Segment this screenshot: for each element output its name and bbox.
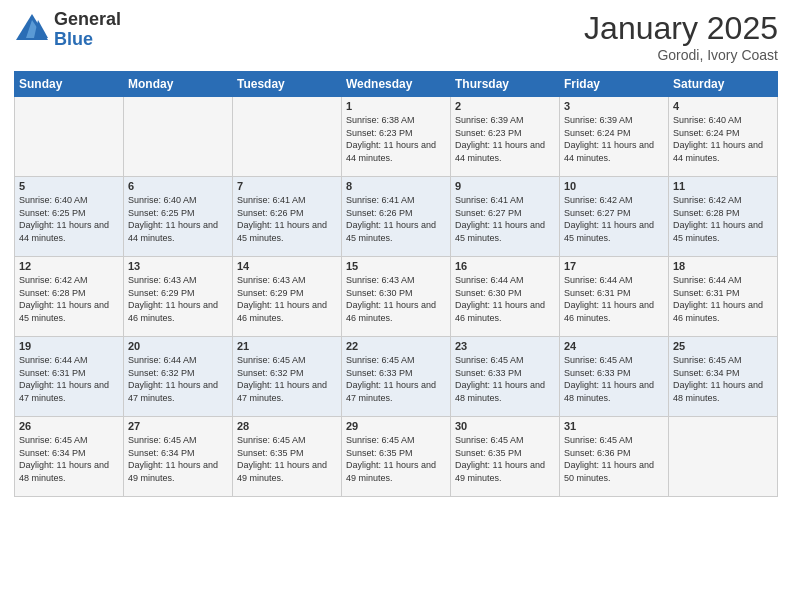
logo-blue-label: Blue: [54, 30, 121, 50]
day-cell: [15, 97, 124, 177]
day-info: Sunrise: 6:44 AM Sunset: 6:31 PM Dayligh…: [19, 354, 119, 404]
day-number: 9: [455, 180, 555, 192]
day-number: 16: [455, 260, 555, 272]
day-info: Sunrise: 6:44 AM Sunset: 6:31 PM Dayligh…: [564, 274, 664, 324]
day-number: 18: [673, 260, 773, 272]
day-cell: 25Sunrise: 6:45 AM Sunset: 6:34 PM Dayli…: [669, 337, 778, 417]
calendar-table: SundayMondayTuesdayWednesdayThursdayFrid…: [14, 71, 778, 497]
weekday-header-tuesday: Tuesday: [233, 72, 342, 97]
logo: General Blue: [14, 10, 121, 50]
day-info: Sunrise: 6:42 AM Sunset: 6:28 PM Dayligh…: [673, 194, 773, 244]
day-info: Sunrise: 6:42 AM Sunset: 6:28 PM Dayligh…: [19, 274, 119, 324]
day-number: 29: [346, 420, 446, 432]
day-number: 28: [237, 420, 337, 432]
day-info: Sunrise: 6:43 AM Sunset: 6:29 PM Dayligh…: [237, 274, 337, 324]
day-info: Sunrise: 6:45 AM Sunset: 6:33 PM Dayligh…: [346, 354, 446, 404]
day-cell: 21Sunrise: 6:45 AM Sunset: 6:32 PM Dayli…: [233, 337, 342, 417]
day-cell: 27Sunrise: 6:45 AM Sunset: 6:34 PM Dayli…: [124, 417, 233, 497]
day-number: 27: [128, 420, 228, 432]
day-number: 4: [673, 100, 773, 112]
day-info: Sunrise: 6:43 AM Sunset: 6:30 PM Dayligh…: [346, 274, 446, 324]
day-number: 11: [673, 180, 773, 192]
calendar-subtitle: Gorodi, Ivory Coast: [584, 47, 778, 63]
day-cell: 7Sunrise: 6:41 AM Sunset: 6:26 PM Daylig…: [233, 177, 342, 257]
day-info: Sunrise: 6:39 AM Sunset: 6:23 PM Dayligh…: [455, 114, 555, 164]
logo-text: General Blue: [54, 10, 121, 50]
calendar-title: January 2025: [584, 10, 778, 47]
weekday-header-wednesday: Wednesday: [342, 72, 451, 97]
header: General Blue January 2025 Gorodi, Ivory …: [14, 10, 778, 63]
day-number: 8: [346, 180, 446, 192]
day-info: Sunrise: 6:44 AM Sunset: 6:30 PM Dayligh…: [455, 274, 555, 324]
day-number: 2: [455, 100, 555, 112]
day-cell: 15Sunrise: 6:43 AM Sunset: 6:30 PM Dayli…: [342, 257, 451, 337]
day-cell: 20Sunrise: 6:44 AM Sunset: 6:32 PM Dayli…: [124, 337, 233, 417]
day-info: Sunrise: 6:39 AM Sunset: 6:24 PM Dayligh…: [564, 114, 664, 164]
day-number: 12: [19, 260, 119, 272]
day-cell: 13Sunrise: 6:43 AM Sunset: 6:29 PM Dayli…: [124, 257, 233, 337]
day-cell: 23Sunrise: 6:45 AM Sunset: 6:33 PM Dayli…: [451, 337, 560, 417]
day-cell: 9Sunrise: 6:41 AM Sunset: 6:27 PM Daylig…: [451, 177, 560, 257]
day-cell: 24Sunrise: 6:45 AM Sunset: 6:33 PM Dayli…: [560, 337, 669, 417]
day-info: Sunrise: 6:45 AM Sunset: 6:33 PM Dayligh…: [564, 354, 664, 404]
weekday-header-thursday: Thursday: [451, 72, 560, 97]
day-info: Sunrise: 6:45 AM Sunset: 6:34 PM Dayligh…: [673, 354, 773, 404]
day-cell: 22Sunrise: 6:45 AM Sunset: 6:33 PM Dayli…: [342, 337, 451, 417]
day-cell: 6Sunrise: 6:40 AM Sunset: 6:25 PM Daylig…: [124, 177, 233, 257]
day-number: 20: [128, 340, 228, 352]
day-cell: 3Sunrise: 6:39 AM Sunset: 6:24 PM Daylig…: [560, 97, 669, 177]
day-info: Sunrise: 6:38 AM Sunset: 6:23 PM Dayligh…: [346, 114, 446, 164]
day-cell: 17Sunrise: 6:44 AM Sunset: 6:31 PM Dayli…: [560, 257, 669, 337]
day-number: 7: [237, 180, 337, 192]
day-number: 23: [455, 340, 555, 352]
day-number: 3: [564, 100, 664, 112]
week-row-3: 19Sunrise: 6:44 AM Sunset: 6:31 PM Dayli…: [15, 337, 778, 417]
day-number: 6: [128, 180, 228, 192]
day-cell: [233, 97, 342, 177]
day-cell: 11Sunrise: 6:42 AM Sunset: 6:28 PM Dayli…: [669, 177, 778, 257]
day-cell: 19Sunrise: 6:44 AM Sunset: 6:31 PM Dayli…: [15, 337, 124, 417]
page: General Blue January 2025 Gorodi, Ivory …: [0, 0, 792, 612]
week-row-2: 12Sunrise: 6:42 AM Sunset: 6:28 PM Dayli…: [15, 257, 778, 337]
weekday-header-row: SundayMondayTuesdayWednesdayThursdayFrid…: [15, 72, 778, 97]
day-number: 21: [237, 340, 337, 352]
weekday-header-saturday: Saturday: [669, 72, 778, 97]
day-info: Sunrise: 6:40 AM Sunset: 6:24 PM Dayligh…: [673, 114, 773, 164]
title-block: January 2025 Gorodi, Ivory Coast: [584, 10, 778, 63]
day-number: 15: [346, 260, 446, 272]
weekday-header-sunday: Sunday: [15, 72, 124, 97]
day-cell: 4Sunrise: 6:40 AM Sunset: 6:24 PM Daylig…: [669, 97, 778, 177]
day-cell: [669, 417, 778, 497]
day-info: Sunrise: 6:41 AM Sunset: 6:27 PM Dayligh…: [455, 194, 555, 244]
day-cell: 10Sunrise: 6:42 AM Sunset: 6:27 PM Dayli…: [560, 177, 669, 257]
day-cell: 16Sunrise: 6:44 AM Sunset: 6:30 PM Dayli…: [451, 257, 560, 337]
day-cell: 12Sunrise: 6:42 AM Sunset: 6:28 PM Dayli…: [15, 257, 124, 337]
day-cell: 5Sunrise: 6:40 AM Sunset: 6:25 PM Daylig…: [15, 177, 124, 257]
day-info: Sunrise: 6:40 AM Sunset: 6:25 PM Dayligh…: [128, 194, 228, 244]
day-number: 22: [346, 340, 446, 352]
day-cell: 1Sunrise: 6:38 AM Sunset: 6:23 PM Daylig…: [342, 97, 451, 177]
day-info: Sunrise: 6:45 AM Sunset: 6:35 PM Dayligh…: [346, 434, 446, 484]
day-number: 14: [237, 260, 337, 272]
day-info: Sunrise: 6:45 AM Sunset: 6:36 PM Dayligh…: [564, 434, 664, 484]
day-cell: 29Sunrise: 6:45 AM Sunset: 6:35 PM Dayli…: [342, 417, 451, 497]
day-number: 13: [128, 260, 228, 272]
day-cell: 2Sunrise: 6:39 AM Sunset: 6:23 PM Daylig…: [451, 97, 560, 177]
day-number: 30: [455, 420, 555, 432]
day-number: 1: [346, 100, 446, 112]
day-info: Sunrise: 6:40 AM Sunset: 6:25 PM Dayligh…: [19, 194, 119, 244]
day-cell: 28Sunrise: 6:45 AM Sunset: 6:35 PM Dayli…: [233, 417, 342, 497]
day-info: Sunrise: 6:45 AM Sunset: 6:33 PM Dayligh…: [455, 354, 555, 404]
day-number: 31: [564, 420, 664, 432]
day-info: Sunrise: 6:45 AM Sunset: 6:35 PM Dayligh…: [455, 434, 555, 484]
week-row-4: 26Sunrise: 6:45 AM Sunset: 6:34 PM Dayli…: [15, 417, 778, 497]
day-number: 26: [19, 420, 119, 432]
day-cell: 14Sunrise: 6:43 AM Sunset: 6:29 PM Dayli…: [233, 257, 342, 337]
weekday-header-monday: Monday: [124, 72, 233, 97]
logo-general-label: General: [54, 10, 121, 30]
day-cell: 18Sunrise: 6:44 AM Sunset: 6:31 PM Dayli…: [669, 257, 778, 337]
logo-icon: [14, 12, 50, 48]
weekday-header-friday: Friday: [560, 72, 669, 97]
day-cell: 8Sunrise: 6:41 AM Sunset: 6:26 PM Daylig…: [342, 177, 451, 257]
week-row-1: 5Sunrise: 6:40 AM Sunset: 6:25 PM Daylig…: [15, 177, 778, 257]
